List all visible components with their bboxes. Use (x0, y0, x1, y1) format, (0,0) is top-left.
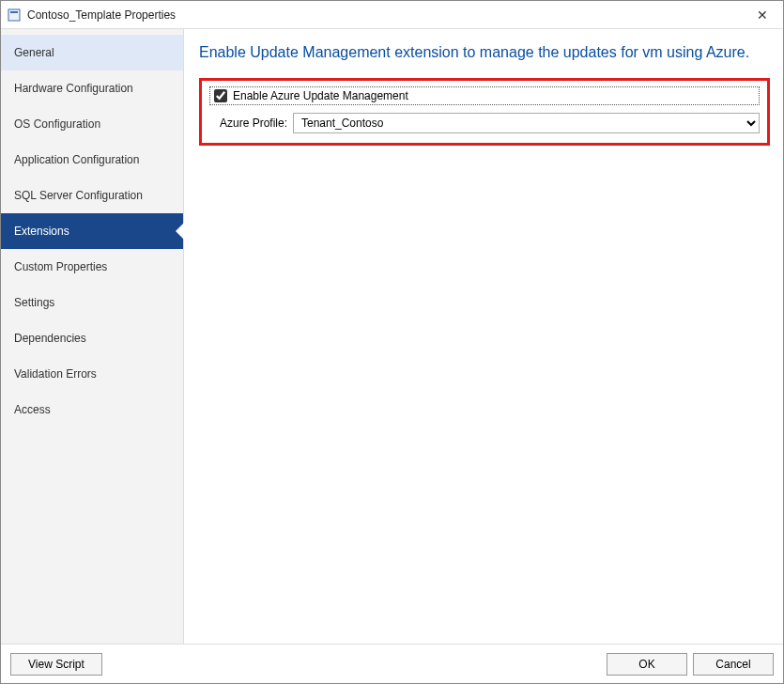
svg-rect-0 (8, 9, 20, 21)
sidebar-item-extensions[interactable]: Extensions (1, 213, 183, 249)
sidebar-item-custom-properties[interactable]: Custom Properties (1, 249, 183, 285)
azure-profile-select[interactable]: Tenant_Contoso (293, 113, 760, 133)
sidebar-item-label: Access (14, 403, 51, 416)
sidebar-item-general[interactable]: General (1, 35, 183, 70)
sidebar-item-label: Dependencies (14, 332, 86, 345)
enable-update-management-checkbox[interactable] (214, 89, 227, 102)
sidebar-item-label: Settings (14, 296, 54, 309)
sidebar-item-settings[interactable]: Settings (1, 285, 183, 320)
cancel-button[interactable]: Cancel (693, 653, 774, 676)
main-panel: Enable Update Management extension to ma… (184, 29, 783, 644)
azure-profile-label: Azure Profile: (209, 117, 289, 130)
sidebar-item-label: SQL Server Configuration (14, 189, 143, 202)
highlight-box: Enable Azure Update Management Azure Pro… (199, 78, 770, 146)
sidebar-item-application-configuration[interactable]: Application Configuration (1, 142, 183, 178)
sidebar-item-label: Extensions (14, 225, 69, 238)
window-title: Contoso_Template Properties (27, 8, 176, 22)
sidebar-item-dependencies[interactable]: Dependencies (1, 320, 183, 356)
sidebar-item-os-configuration[interactable]: OS Configuration (1, 106, 183, 142)
sidebar-item-label: Validation Errors (14, 367, 97, 381)
sidebar-item-label: OS Configuration (14, 117, 100, 131)
page-heading: Enable Update Management extension to ma… (199, 44, 770, 61)
close-button[interactable]: ✕ (741, 1, 783, 29)
close-icon: ✕ (757, 8, 768, 23)
azure-profile-row: Azure Profile: Tenant_Contoso (209, 113, 760, 133)
sidebar-item-hardware-configuration[interactable]: Hardware Configuration (1, 70, 183, 106)
sidebar-item-label: General (14, 46, 54, 59)
sidebar-item-sql-server-configuration[interactable]: SQL Server Configuration (1, 178, 183, 213)
view-script-button[interactable]: View Script (10, 653, 102, 676)
sidebar: General Hardware Configuration OS Config… (1, 29, 184, 644)
dialog-footer: View Script OK Cancel (1, 644, 783, 683)
svg-rect-1 (10, 11, 18, 13)
app-icon (7, 8, 22, 23)
sidebar-item-label: Custom Properties (14, 260, 107, 273)
enable-update-management-label: Enable Azure Update Management (233, 89, 408, 102)
ok-button[interactable]: OK (607, 653, 687, 676)
titlebar: Contoso_Template Properties ✕ (1, 1, 783, 29)
sidebar-item-access[interactable]: Access (1, 392, 183, 428)
properties-dialog: Contoso_Template Properties ✕ General Ha… (0, 0, 784, 684)
sidebar-item-label: Hardware Configuration (14, 82, 133, 95)
sidebar-item-validation-errors[interactable]: Validation Errors (1, 356, 183, 392)
enable-update-management-row[interactable]: Enable Azure Update Management (209, 86, 760, 105)
sidebar-item-label: Application Configuration (14, 153, 139, 166)
